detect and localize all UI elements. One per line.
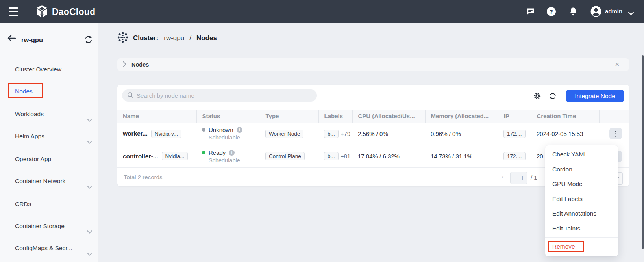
memory-value: 0.96% / 0% <box>425 123 498 145</box>
label-chip[interactable]: b... <box>324 130 339 138</box>
sidebar-cluster-name: rw-gpu <box>21 36 43 44</box>
node-tag-chip: Nvidia... <box>162 152 188 160</box>
column-header-cpu: CPU (Allocated/Us... <box>352 110 425 123</box>
memory-value: 14.73% / 31.1% <box>425 145 498 167</box>
sidebar-item-container-network[interactable]: Container Network <box>0 173 98 189</box>
close-icon[interactable]: ✕ <box>614 61 620 68</box>
search-input[interactable] <box>137 92 302 99</box>
user-menu-chevron-icon[interactable] <box>628 10 634 17</box>
chevron-down-icon <box>87 224 92 240</box>
status-text: Unknown <box>209 126 233 133</box>
help-icon[interactable]: ? <box>546 7 556 18</box>
integrate-node-button[interactable]: Integrate Node <box>566 90 624 102</box>
total-records-label: Total 2 records <box>124 174 162 180</box>
sidebar-item-workloads[interactable]: Workloads <box>0 106 98 122</box>
username-label: admin <box>605 8 622 15</box>
column-header-ip: IP <box>498 110 531 123</box>
svg-text:?: ? <box>550 9 553 15</box>
table-header-row: Name Status Type Labels CPU (Allocated/U… <box>117 110 629 123</box>
menu-divider <box>545 237 618 238</box>
chevron-down-icon <box>87 179 92 195</box>
node-type-chip: Control Plane <box>265 152 305 160</box>
breadcrumb-page: Nodes <box>196 34 217 42</box>
sidebar-item-operator-app[interactable]: Operator App <box>0 151 98 167</box>
schedulable-text: Schedulable <box>202 134 260 141</box>
row-context-menu: Check YAML Cordon GPU Mode Edit Labels E… <box>545 145 618 256</box>
sidebar-item-cluster-overview[interactable]: Cluster Overview <box>0 61 98 77</box>
column-header-creation-time: Creation Time <box>531 110 599 123</box>
menu-item-check-yaml[interactable]: Check YAML <box>545 147 618 162</box>
ip-chip[interactable]: 172.... <box>503 130 526 138</box>
label-chip[interactable]: b... <box>324 152 339 160</box>
settings-gear-icon[interactable] <box>533 92 541 102</box>
column-header-name: Name <box>117 110 196 123</box>
sidebar-item-configmaps-secrets[interactable]: ConfigMaps & Secr... <box>0 240 98 256</box>
labels-more-count[interactable]: +81 <box>341 153 350 160</box>
chevron-down-icon <box>87 246 92 262</box>
hamburger-menu-icon[interactable] <box>9 7 18 16</box>
node-tag-chip: Nvidia-v... <box>151 130 181 138</box>
cpu-value: 2.56% / 0% <box>352 123 425 145</box>
column-header-memory: Memory (Allocated... <box>425 110 498 123</box>
node-type-chip: Worker Node <box>265 130 303 138</box>
row-actions-kebab-icon[interactable] <box>609 128 622 139</box>
column-header-type: Type <box>260 110 318 123</box>
chevron-right-icon[interactable] <box>123 61 126 69</box>
menu-item-edit-labels[interactable]: Edit Labels <box>545 191 618 206</box>
chevron-down-icon <box>87 112 92 128</box>
pagination-total-pages: / 1 <box>531 174 537 181</box>
menu-item-edit-taints[interactable]: Edit Taints <box>545 221 618 236</box>
messages-icon[interactable] <box>526 7 535 18</box>
menu-item-edit-annotations[interactable]: Edit Annotations <box>545 206 618 221</box>
node-name[interactable]: worker... <box>123 130 148 137</box>
ip-chip[interactable]: 172.... <box>503 152 526 160</box>
status-text: Ready <box>209 149 226 156</box>
banner-title: Nodes <box>131 61 149 68</box>
chevron-down-icon <box>87 134 92 150</box>
notifications-bell-icon[interactable] <box>568 7 578 18</box>
pagination-page-input[interactable] <box>510 172 527 184</box>
creation-time-value: 2024-02-05 15:53 <box>531 123 599 145</box>
daocloud-cube-icon <box>35 5 48 19</box>
collapsible-banner: Nodes ✕ <box>117 58 629 71</box>
refresh-icon[interactable] <box>549 92 557 102</box>
brand-logo: DaoCloud <box>35 5 95 19</box>
user-avatar[interactable] <box>590 6 601 19</box>
cluster-dots-icon <box>117 32 128 45</box>
schedulable-text: Schedulable <box>202 157 260 164</box>
cpu-value: 17.04% / 6.32% <box>352 145 425 167</box>
sidebar-divider <box>6 58 93 58</box>
status-dot-unknown <box>202 128 205 132</box>
menu-item-remove[interactable]: Remove <box>545 239 618 254</box>
sidebar-item-container-storage[interactable]: Container Storage <box>0 218 98 234</box>
column-header-labels: Labels <box>318 110 352 123</box>
column-header-status: Status <box>196 110 260 123</box>
labels-more-count[interactable]: +79 <box>341 130 350 137</box>
info-icon[interactable]: i <box>237 127 242 133</box>
sidebar-item-helm-apps[interactable]: Helm Apps <box>0 128 98 144</box>
table-row: worker... Nvidia-v... Unknown i Schedula… <box>117 123 629 145</box>
back-arrow-icon[interactable] <box>7 35 16 43</box>
column-header-actions <box>599 110 629 123</box>
status-dot-ready <box>202 151 205 154</box>
cluster-label: Cluster: <box>133 34 158 42</box>
search-box <box>122 89 317 102</box>
pagination-prev-icon[interactable]: ‹ <box>502 173 504 181</box>
search-icon <box>127 92 133 100</box>
brand-name: DaoCloud <box>52 7 95 17</box>
info-icon[interactable]: i <box>229 150 235 156</box>
top-navbar: DaoCloud ? admin <box>0 0 644 23</box>
menu-item-cordon[interactable]: Cordon <box>545 162 618 177</box>
sidebar: rw-gpu Cluster Overview Nodes Workloads … <box>0 23 98 262</box>
switch-cluster-icon[interactable] <box>84 35 93 45</box>
sidebar-item-nodes[interactable]: Nodes <box>0 84 98 99</box>
node-name[interactable]: controller-... <box>123 153 158 160</box>
breadcrumb-cluster-name[interactable]: rw-gpu <box>164 34 184 42</box>
vertical-scrollbar[interactable] <box>642 55 644 249</box>
sidebar-item-crds[interactable]: CRDs <box>0 196 98 212</box>
breadcrumb-separator: / <box>189 34 191 42</box>
menu-item-gpu-mode[interactable]: GPU Mode <box>545 177 618 191</box>
page-header: Cluster: rw-gpu / Nodes <box>117 32 217 44</box>
